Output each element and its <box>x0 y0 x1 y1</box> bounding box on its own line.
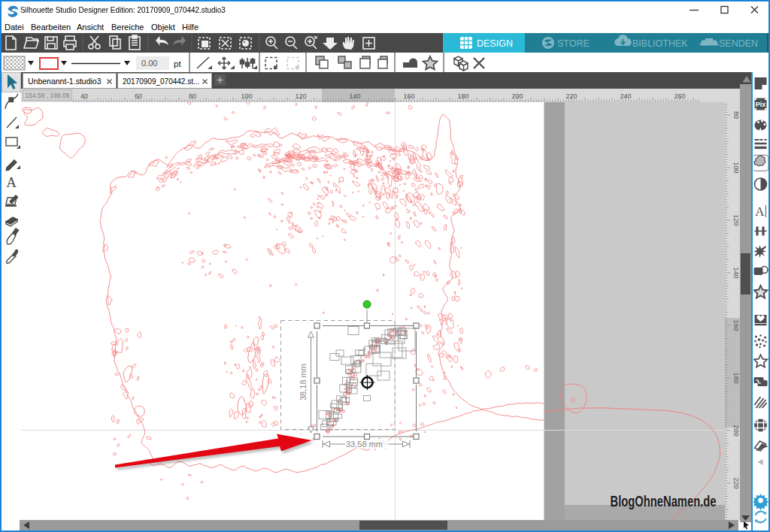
svg-text:80: 80 <box>732 111 740 119</box>
svg-text:180: 180 <box>732 372 740 383</box>
svg-text:40: 40 <box>80 92 88 100</box>
svg-text:A: A <box>6 174 17 190</box>
svg-text:260: 260 <box>674 92 685 100</box>
svg-text:160: 160 <box>732 319 740 331</box>
svg-text:0.00: 0.00 <box>141 59 157 68</box>
svg-text:140: 140 <box>732 267 740 278</box>
svg-text:STORE: STORE <box>557 38 590 49</box>
svg-text:200: 200 <box>511 92 523 100</box>
svg-text:DESIGN: DESIGN <box>477 38 513 49</box>
svg-text:120: 120 <box>732 214 740 225</box>
svg-text:180: 180 <box>457 92 468 100</box>
svg-text:200: 200 <box>732 425 740 436</box>
svg-text:pt: pt <box>174 59 181 68</box>
svg-text:220: 220 <box>565 92 577 100</box>
svg-text:60: 60 <box>135 92 142 100</box>
svg-text:SENDEN: SENDEN <box>719 38 758 49</box>
svg-text:100: 100 <box>732 162 740 173</box>
svg-text:A: A <box>755 204 765 219</box>
svg-text:BIBLIOTHEK: BIBLIOTHEK <box>632 38 688 49</box>
svg-text:BlogOhneNamen.de: BlogOhneNamen.de <box>610 493 716 510</box>
svg-text:38,18 mm: 38,18 mm <box>299 364 308 401</box>
svg-text:220: 220 <box>732 477 740 488</box>
svg-text:80: 80 <box>189 92 196 100</box>
svg-text:120: 120 <box>295 92 306 100</box>
svg-text:160: 160 <box>403 92 414 100</box>
svg-text:240: 240 <box>620 92 631 100</box>
svg-text:33,58 mm: 33,58 mm <box>346 440 383 449</box>
svg-text:140: 140 <box>349 92 360 100</box>
svg-text:100: 100 <box>241 92 252 100</box>
svg-text:Pix: Pix <box>756 101 766 108</box>
